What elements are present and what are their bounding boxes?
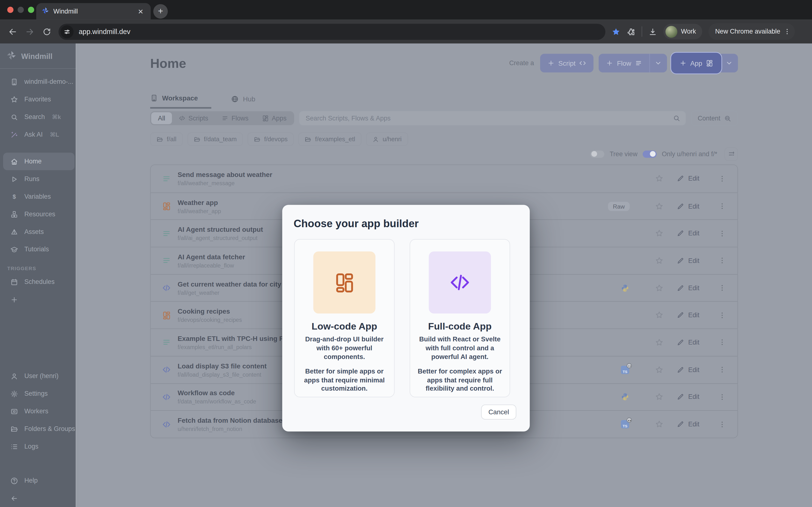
sidebar-item-home[interactable]: Home (3, 153, 75, 170)
tab-workspace[interactable]: Workspace (150, 89, 211, 109)
row-menu-icon[interactable] (718, 202, 726, 210)
download-icon[interactable] (648, 27, 657, 36)
row-menu-icon[interactable] (718, 257, 726, 265)
sidebar-item-user-henri[interactable]: User (henri) (3, 367, 75, 385)
create-app-button[interactable]: App (672, 54, 738, 72)
profile-chip[interactable]: Work (663, 24, 702, 39)
chrome-update-button[interactable]: New Chrome available (708, 23, 795, 40)
search-input[interactable] (305, 114, 673, 122)
display-settings-button[interactable] (724, 147, 738, 161)
favorite-star-icon[interactable] (655, 175, 663, 183)
favorite-star-icon[interactable] (655, 229, 663, 237)
sidebar-item-ask-ai[interactable]: Ask AI⌘L (3, 126, 75, 144)
back-icon[interactable] (8, 27, 17, 36)
builder-card-low-code-app[interactable]: Low-code AppDrag-and-drop UI builder wit… (294, 239, 395, 397)
favorite-star-icon[interactable] (655, 202, 663, 210)
code-search-icon (724, 115, 731, 122)
row-menu-icon[interactable] (718, 393, 726, 401)
folder-chip-f-examples-etl[interactable]: f/examples_etl (298, 132, 361, 146)
cancel-button[interactable]: Cancel (481, 405, 516, 419)
browser-tab[interactable]: Windmill ✕ (36, 3, 151, 20)
edit-button[interactable]: Edit (677, 312, 707, 319)
filter-segment-flows[interactable]: Flows (215, 112, 255, 124)
sidebar-item-help[interactable]: Help (3, 472, 75, 489)
edit-button[interactable]: Edit (677, 175, 707, 182)
edit-button[interactable]: Edit (677, 366, 707, 373)
sidebar-item-schedules[interactable]: Schedules (3, 273, 75, 291)
row-menu-icon[interactable] (718, 175, 726, 182)
search-box[interactable] (299, 111, 686, 126)
sidebar-item-resources[interactable]: Resources (3, 206, 75, 223)
app-dropdown-chevron[interactable] (720, 54, 738, 72)
folder-chip-f-devops[interactable]: f/devops (248, 132, 294, 146)
language-slot: TS (600, 420, 650, 428)
new-tab-button[interactable]: + (153, 4, 168, 18)
favorite-star-icon[interactable] (655, 393, 663, 401)
row-menu-icon[interactable] (718, 366, 726, 374)
site-settings-icon[interactable] (61, 25, 74, 38)
favorite-star-icon[interactable] (655, 365, 663, 374)
filter-segment-scripts[interactable]: Scripts (172, 112, 215, 124)
only-filter-toggle[interactable] (643, 151, 657, 158)
sidebar-item-tutorials[interactable]: Tutorials (3, 240, 75, 258)
extensions-icon[interactable] (627, 27, 636, 36)
edit-button[interactable]: Edit (677, 257, 707, 264)
folder-chip-u-henri[interactable]: u/henri (366, 132, 408, 146)
edit-label: Edit (688, 257, 699, 264)
window-controls[interactable] (7, 7, 34, 13)
sidebar-item-plus-icon[interactable] (3, 291, 75, 308)
favorite-star-icon[interactable] (655, 284, 663, 292)
edit-button[interactable]: Edit (677, 339, 707, 346)
filter-segment-all[interactable]: All (151, 112, 172, 124)
zoom-window-button[interactable] (28, 7, 34, 13)
tree-view-toggle[interactable] (591, 151, 604, 158)
row-menu-icon[interactable] (718, 338, 726, 346)
edit-button[interactable]: Edit (677, 284, 707, 292)
sidebar-item-windmill-demo[interactable]: windmill-demo-... (3, 73, 75, 91)
sidebar-item-workers[interactable]: Workers (3, 402, 75, 420)
flow-type-icon (162, 338, 171, 347)
brand[interactable]: Windmill (0, 44, 78, 68)
folder-chip-f-all[interactable]: f/all (150, 132, 183, 146)
close-window-button[interactable] (7, 7, 13, 13)
content-search-button[interactable]: Content (691, 111, 738, 126)
sidebar-item-variables[interactable]: $Variables (3, 188, 75, 206)
sidebar-item-arrow-left-icon[interactable] (3, 489, 75, 507)
sidebar-item-assets[interactable]: Assets (3, 223, 75, 241)
favorite-star-icon[interactable] (655, 311, 663, 319)
bookmark-star-icon[interactable] (612, 27, 620, 36)
forward-icon[interactable] (26, 27, 34, 36)
list-item[interactable]: Send message about weatherf/all/weather_… (151, 165, 738, 192)
sidebar-item-settings[interactable]: Settings (3, 385, 75, 402)
builder-card-full-code-app[interactable]: Full-code AppBuild with React or Svelte … (410, 239, 510, 397)
favorite-star-icon[interactable] (655, 257, 663, 265)
kebab-menu-icon[interactable] (783, 28, 791, 35)
row-menu-icon[interactable] (718, 420, 726, 428)
sidebar-item-runs[interactable]: Runs (3, 170, 75, 188)
favorite-star-icon[interactable] (655, 338, 663, 346)
edit-button[interactable]: Edit (677, 230, 707, 237)
refresh-icon[interactable] (43, 27, 51, 36)
flow-dropdown-chevron[interactable] (649, 54, 667, 72)
create-script-button[interactable]: Script (540, 54, 594, 72)
favorite-star-icon[interactable] (655, 420, 663, 428)
tab-hub[interactable]: Hub (226, 89, 260, 109)
address-bar[interactable]: app.windmill.dev (58, 24, 605, 40)
sidebar-item-favorites[interactable]: Favorites (3, 91, 75, 108)
edit-button[interactable]: Edit (677, 420, 707, 428)
filter-segment-apps[interactable]: Apps (255, 112, 293, 124)
sidebar-item-search[interactable]: Search⌘k (3, 108, 75, 126)
tab-close-icon[interactable]: ✕ (136, 7, 146, 15)
folder-chip-f-data-team[interactable]: f/data_team (187, 132, 243, 146)
sidebar-item-folders-groups[interactable]: Folders & Groups (3, 420, 75, 438)
row-menu-icon[interactable] (718, 312, 726, 319)
row-menu-icon[interactable] (718, 284, 726, 292)
python-icon (621, 393, 629, 401)
create-flow-button[interactable]: Flow (599, 54, 667, 72)
edit-button[interactable]: Edit (677, 393, 707, 400)
minimize-window-button[interactable] (18, 7, 24, 13)
sidebar-item-logs[interactable]: Logs (3, 438, 75, 455)
edit-button[interactable]: Edit (677, 203, 707, 210)
flow-type-icon (162, 257, 171, 265)
row-menu-icon[interactable] (718, 230, 726, 237)
